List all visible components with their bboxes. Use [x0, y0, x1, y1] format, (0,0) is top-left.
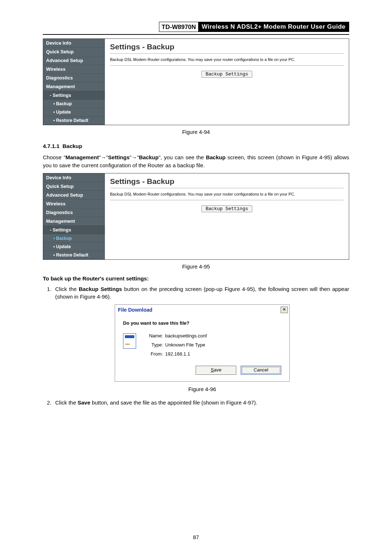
panel-description: Backup DSL Modem Router configurations. … [110, 57, 344, 62]
sidebar-item-management[interactable]: Management [43, 217, 105, 226]
name-value: backupsettings.conf [165, 333, 207, 340]
dialog-question: Do you want to save this file? [123, 320, 281, 327]
sidebar-item-device-info[interactable]: Device Info [43, 39, 105, 48]
dialog-actions: Save Cancel [123, 366, 281, 375]
type-label: Type: [143, 342, 163, 349]
dialog-title: File Download [118, 306, 281, 313]
sidebar-item-wireless[interactable]: Wireless [43, 200, 105, 208]
figure-4-95: Device Info Quick Setup Advanced Setup W… [43, 173, 349, 260]
figure-caption-96: Figure 4-96 [55, 385, 349, 393]
sidebar-item-label: Settings [53, 93, 71, 98]
text: S [211, 367, 214, 373]
sidebar-item-wireless[interactable]: Wireless [43, 65, 105, 74]
router-content: Settings - Backup Backup DSL Modem Route… [105, 173, 349, 259]
sidebar-item-diagnostics[interactable]: Diagnostics [43, 208, 105, 217]
type-value: Unknown File Type [165, 342, 207, 349]
sidebar-item-update[interactable]: Update [43, 108, 105, 116]
router-sidebar: Device Info Quick Setup Advanced Setup W… [43, 39, 105, 125]
cancel-button[interactable]: Cancel [241, 366, 281, 375]
save-button[interactable]: Save [196, 366, 236, 375]
text: Click the [55, 286, 79, 292]
dialog-body: Do you want to save this file? ●●● Name:… [115, 315, 289, 381]
section-paragraph: Choose "Management"→"Settings"→"Backup",… [43, 153, 349, 169]
file-details: Name: backupsettings.conf Type: Unknown … [143, 333, 207, 358]
sidebar-item-quick-setup[interactable]: Quick Setup [43, 182, 105, 191]
text-bold: Settings [108, 154, 130, 160]
text: Click the [55, 399, 78, 406]
panel-title: Settings - Backup [110, 42, 344, 51]
section-heading: 4.7.1.1 Backup [43, 143, 349, 149]
sidebar-item-settings[interactable]: - Settings [43, 91, 105, 100]
router-content: Settings - Backup Backup DSL Modem Route… [105, 39, 349, 125]
panel-title: Settings - Backup [110, 177, 344, 186]
page-number: 87 [0, 534, 392, 540]
sidebar-item-settings[interactable]: - Settings [43, 226, 105, 234]
dialog-titlebar: File Download ✕ [115, 305, 289, 315]
backup-settings-button[interactable]: Backup Settings [201, 205, 252, 212]
panel-description: Backup DSL Modem Router configurations. … [110, 192, 344, 196]
close-icon[interactable]: ✕ [281, 307, 288, 313]
doc-title: Wireless N ADSL2+ Modem Router User Guid… [198, 22, 349, 32]
text: button, and save the file as the appoint… [90, 399, 257, 406]
sidebar-item-device-info[interactable]: Device Info [43, 173, 105, 182]
text-bold: Backup [206, 154, 225, 160]
text-bold: Backup [139, 154, 159, 160]
sidebar-item-restore-default[interactable]: Restore Default [43, 116, 105, 125]
sidebar-item-diagnostics[interactable]: Diagnostics [43, 74, 105, 82]
arrow-icon: → [101, 154, 106, 160]
model-number: TD-W8970N [159, 22, 198, 32]
figure-caption-95: Figure 4-95 [43, 263, 349, 270]
step-1: Click the Backup Settings button on the … [53, 285, 349, 393]
text: ave [214, 367, 221, 373]
router-sidebar: Device Info Quick Setup Advanced Setup W… [43, 173, 105, 259]
text-bold: Save [78, 399, 90, 406]
sidebar-item-advanced-setup[interactable]: Advanced Setup [43, 191, 105, 200]
instructions-heading: To back up the Router's current settings… [43, 275, 349, 282]
sidebar-item-label: Settings [53, 227, 71, 233]
text: ", you can see the [159, 154, 206, 160]
text: Choose " [43, 154, 66, 160]
arrow-icon: → [131, 154, 137, 160]
sidebar-item-backup-selected[interactable]: Backup [43, 234, 105, 243]
figure-4-94: Device Info Quick Setup Advanced Setup W… [43, 38, 349, 125]
from-value: 192.168.1.1 [165, 351, 207, 358]
step-2: Click the Save button, and save the file… [53, 399, 349, 407]
name-label: Name: [143, 333, 163, 340]
sidebar-item-restore-default[interactable]: Restore Default [43, 251, 105, 259]
figure-caption-94: Figure 4-94 [43, 129, 349, 135]
sidebar-item-update[interactable]: Update [43, 243, 105, 251]
sidebar-item-management[interactable]: Management [43, 82, 105, 91]
text-bold: Backup Settings [79, 286, 122, 292]
section-number: 4.7.1.1 [43, 143, 60, 149]
file-icon: ●●● [123, 333, 136, 349]
sidebar-item-quick-setup[interactable]: Quick Setup [43, 48, 105, 56]
backup-settings-button[interactable]: Backup Settings [201, 71, 252, 78]
steps-list: Click the Backup Settings button on the … [43, 285, 349, 407]
file-download-dialog: File Download ✕ Do you want to save this… [115, 304, 290, 382]
section-name: Backup [62, 143, 82, 149]
header-rule [43, 34, 349, 35]
text-bold: Management [66, 154, 99, 160]
from-label: From: [143, 351, 163, 358]
sidebar-item-advanced-setup[interactable]: Advanced Setup [43, 56, 105, 65]
sidebar-item-backup[interactable]: Backup [43, 100, 105, 108]
doc-header: TD-W8970N Wireless N ADSL2+ Modem Router… [43, 22, 349, 32]
